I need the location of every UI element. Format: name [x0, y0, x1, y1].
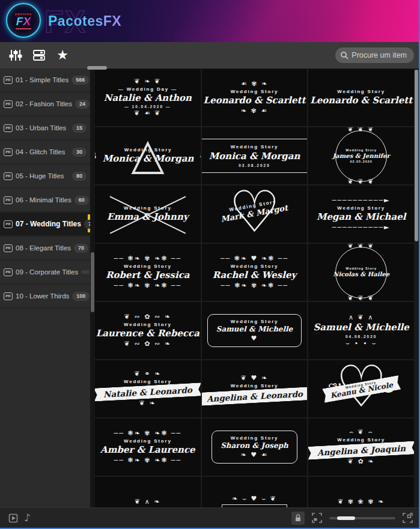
sidebar-item-4[interactable]: PR04 - Glitch Titles30	[0, 141, 90, 165]
ornament-bottom: ⌣ ∙ ∙ ⌣	[345, 340, 377, 347]
favorites-star-icon[interactable]: ★	[55, 47, 70, 63]
zoom-slider-thumb[interactable]	[337, 516, 355, 520]
grid-item[interactable]: ❦ ∧ ❧Wedding Story	[95, 477, 201, 507]
ornament-bottom: ── ❃❧ ✾ ❧❃ ──	[114, 282, 182, 289]
grid-item[interactable]: Wedding StoryMonica & Morgan03.08.2020	[202, 127, 308, 184]
sidebar-item-5[interactable]: PR05 - Huge Titles80	[0, 165, 90, 189]
ornament-bottom: ❦ ✿ ❧	[348, 458, 375, 465]
grid-item[interactable]: ❦ ❦ ❦Wedding StoryJames & Jennifer02.05.…	[308, 127, 414, 184]
count-badge: 60	[75, 196, 89, 205]
ornament-top: ⌢ ❦ ⌢	[349, 429, 374, 436]
sidebar-item-6[interactable]: PR06 - Minimal Titles60	[0, 189, 90, 213]
search-placeholder: Procure um item	[352, 51, 407, 59]
pr-file-icon: PR	[4, 100, 13, 108]
grid-item[interactable]: ❦ ∾ ✿ ∾ ❧Wedding StoryLaurence & Rebecca…	[95, 302, 201, 359]
content-scrollbar-thumb[interactable]	[415, 70, 418, 241]
sidebar-scrollbar[interactable]	[90, 68, 95, 507]
circle-frame: Wedding StoryJames & Jennifer02.05.2020	[335, 130, 387, 182]
sidebar-item-label: 05 - Huge Titles	[16, 172, 64, 180]
count-badge: 24	[75, 100, 90, 109]
logo-underline	[16, 28, 31, 29]
ornament-top: ☙ ✾ ❧	[241, 80, 268, 88]
fit-view-icon[interactable]	[312, 513, 322, 523]
grid-item[interactable]: ── ❃❧ ✾ ❧❃ ──Wedding StoryRobert & Jessi…	[95, 244, 201, 301]
header-streak	[161, 0, 356, 42]
design-label: Wedding Story	[337, 437, 385, 443]
ornament-bottom: ❦ ❦ ❦	[348, 295, 375, 301]
content-scrollbar[interactable]	[414, 68, 419, 507]
grid-item[interactable]: ❦ ⚭ ❧Wedding StoryNatalie & Leonardo❦ ❧	[95, 360, 201, 417]
sidebar-item-10[interactable]: PR10 - Lower Thirds100	[0, 285, 90, 309]
template-grid: ❦ ❧ ❦— Wedding Day —Natalie & Anthon— 10…	[95, 68, 414, 507]
logo-fx-text: FX	[16, 16, 31, 27]
ornament-top: ──────────►	[332, 197, 391, 204]
ribbon-name: Angelina & Joaquin	[308, 441, 414, 459]
zoom-slider[interactable]	[329, 517, 395, 519]
pr-file-icon: PR	[4, 172, 13, 180]
grid-item[interactable]: ── ❃❧ ✾ ❧❃ ──Wedding StoryAmber & Lauren…	[95, 419, 201, 476]
grid-item[interactable]: ❦Wedding StoryLeonardo & Scarlett❧	[308, 69, 414, 126]
count-badge: 7	[84, 220, 90, 229]
design-label: Wedding Story	[124, 147, 172, 153]
grid-item[interactable]: ⌢ ❦ ⌢Wedding StoryAngelina & Joaquin❦ ✿ …	[308, 419, 414, 476]
filters-icon[interactable]	[8, 47, 23, 63]
grid-item[interactable]: △☙Wedding StoryMonica & Morgan❧	[95, 127, 201, 184]
sidebar-item-2[interactable]: PR02 - Fashion Titles24	[0, 92, 90, 116]
pr-file-icon: PR	[4, 292, 13, 300]
title-design: ❦ ∾ ✿ ∾ ❧Wedding StoryLaurence & Rebecca…	[96, 313, 199, 347]
expand-view-icon[interactable]	[403, 513, 413, 523]
design-date: 03.08.2020	[239, 163, 270, 168]
grid-item[interactable]: ❦ ❦ ❦Wedding StoryNicolas & Hailee❦ ❦ ❦	[308, 244, 414, 301]
grid-item[interactable]: ❦ ♥ ❧Wedding StoryAngelina & Leonardo	[202, 360, 308, 417]
grid-item[interactable]: ──────────►Wedding StoryMegan & Michael─…	[308, 186, 414, 243]
sidebar-item-7[interactable]: PR07 - Wedding Titles7	[0, 213, 90, 237]
ornament-right: ❧	[199, 150, 200, 163]
pr-file-icon: PR	[4, 124, 13, 132]
ornament-top: ∧ ❦ ∧	[348, 314, 374, 321]
music-note-icon[interactable]: ♪	[24, 513, 31, 523]
grid-item[interactable]: ∧ ❦ ∧Samuel & Michelle04.06.2020⌣ ∙ ∙ ⌣	[308, 302, 414, 359]
lock-icon[interactable]	[291, 512, 305, 525]
grid-item[interactable]: ☙ ✾ ❧Wedding StoryLeonardo & Scarlett❧ ✾…	[202, 69, 308, 126]
ornament-top: ❧ ⌣ ♥ ⌣ ❦	[232, 495, 277, 503]
sidebar-item-1[interactable]: PR01 - Simple Titles566	[0, 68, 90, 92]
sidebar: PR01 - Simple Titles566PR02 - Fashion Ti…	[0, 68, 90, 507]
sidebar-scrollbar-thumb[interactable]	[91, 252, 94, 312]
couple-name: Megan & Michael	[317, 212, 406, 222]
design-label: Wedding Story	[337, 89, 385, 94]
toolbar: ★ Procure um item	[0, 42, 420, 68]
ornament-bottom: ── ❃❧ ✾ ❧❃ ──	[114, 457, 182, 464]
banner-title: ⌢ ❦ ⌢Wedding StoryAngelina & Joaquin❦ ✿ …	[308, 429, 414, 465]
grid-item[interactable]: ♡Wedding StoryMark & Margot	[202, 186, 308, 243]
grid-item[interactable]: ❦ ❧ ❦— Wedding Day —Natalie & Anthon— 10…	[95, 69, 201, 126]
design-label: Wedding Story	[231, 89, 279, 94]
grid-item[interactable]: Wedding StorySharon & Joseph❧ ♥ ☙	[202, 419, 308, 476]
grid-item[interactable]: Wedding StoryEmma & Johnny	[95, 186, 201, 243]
sidebar-item-8[interactable]: PR08 - Elegant Titles70	[0, 237, 90, 261]
sidebar-item-3[interactable]: PR03 - Urban Titles15	[0, 116, 90, 141]
hex-frame: Wedding StorySharon & Joseph❧ ♥ ☙	[212, 431, 297, 464]
design-label: Wedding Story	[124, 264, 172, 269]
grid-item[interactable]: Wedding StorySamuel & Michelle♥	[202, 302, 308, 359]
grid-item[interactable]: ── ❃❧ ♥ ❧❃ ──Wedding StoryRachel & Wesle…	[202, 244, 308, 301]
ornament-bottom: ❦ ∾ ✿ ∾ ❧	[124, 340, 171, 348]
grid-item[interactable]: ❧ ⌣ ♥ ⌣ ❦Wedding Story	[202, 477, 308, 507]
app-header: FX pacotes FX PacotesFX	[0, 0, 420, 42]
search-input[interactable]: Procure um item	[335, 47, 414, 63]
design-label: Wedding Story	[231, 319, 279, 324]
sidebar-item-label: 03 - Urban Titles	[16, 124, 66, 131]
sidebar-item-label: 07 - Wedding Titles	[16, 220, 81, 228]
scrollbar-corner	[87, 66, 107, 70]
title-design: ❧ ⌣ ♥ ⌣ ❦Wedding Story	[222, 495, 287, 507]
sidebar-item-9[interactable]: PR09 - Corporate Titles	[0, 261, 90, 285]
grid-item[interactable]: ♡❦❧Wedding StoryKeanu & Nicole	[308, 360, 414, 417]
couple-name: Robert & Jessica	[106, 270, 189, 280]
count-badge: 80	[72, 172, 87, 181]
title-design: ❦ ❧ ❦— Wedding Day —Natalie & Anthon— 10…	[104, 78, 192, 117]
video-preview-icon[interactable]	[8, 513, 18, 523]
couple-name: James & Jennifer	[333, 153, 390, 160]
couple-name: Emma & Johnny	[107, 212, 188, 222]
pr-file-icon: PR	[4, 244, 13, 252]
list-view-icon[interactable]	[31, 47, 47, 63]
grid-item[interactable]: ❦ ✾ ❀ ✾ ❧Wedding Story	[308, 477, 414, 507]
